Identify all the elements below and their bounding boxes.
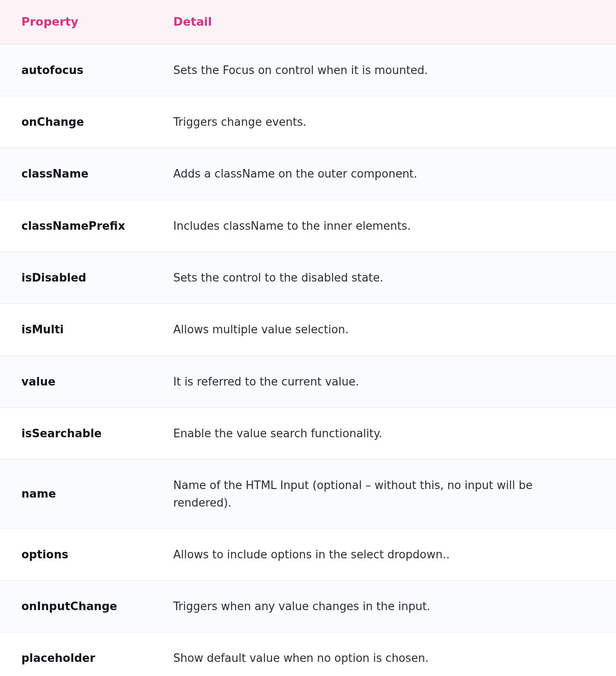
property-name: className [0, 148, 152, 200]
property-detail: Adds a className on the outer component. [152, 148, 616, 200]
table-row: value It is referred to the current valu… [0, 356, 616, 407]
column-header-detail: Detail [152, 0, 616, 44]
property-name: isSearchable [0, 407, 152, 459]
property-detail: Triggers change events. [152, 96, 616, 148]
property-detail: Show default value when no option is cho… [152, 632, 616, 676]
column-header-property: Property [0, 0, 152, 44]
property-detail: Sets the control to the disabled state. [152, 252, 616, 304]
property-name: classNamePrefix [0, 200, 152, 252]
property-name: onChange [0, 96, 152, 148]
table-row: isSearchable Enable the value search fun… [0, 407, 616, 459]
property-name: name [0, 460, 152, 529]
property-name: autofocus [0, 44, 152, 96]
table-row: isMulti Allows multiple value selection. [0, 304, 616, 356]
table-row: classNamePrefix Includes className to th… [0, 200, 616, 252]
table-row: onChange Triggers change events. [0, 96, 616, 148]
table-row: isDisabled Sets the control to the disab… [0, 252, 616, 304]
property-detail: Allows to include options in the select … [152, 528, 616, 580]
properties-table: Property Detail autofocus Sets the Focus… [0, 0, 616, 676]
property-detail: It is referred to the current value. [152, 356, 616, 407]
table-row: className Adds a className on the outer … [0, 148, 616, 200]
table-row: name Name of the HTML Input (optional – … [0, 460, 616, 529]
property-detail: Enable the value search functionality. [152, 407, 616, 459]
property-detail: Allows multiple value selection. [152, 304, 616, 356]
property-name: placeholder [0, 632, 152, 676]
table-row: autofocus Sets the Focus on control when… [0, 44, 616, 96]
table-body: autofocus Sets the Focus on control when… [0, 44, 616, 676]
table-row: onInputChange Triggers when any value ch… [0, 581, 616, 632]
property-name: options [0, 528, 152, 580]
property-detail: Triggers when any value changes in the i… [152, 581, 616, 632]
property-detail: Includes className to the inner elements… [152, 200, 616, 252]
property-name: value [0, 356, 152, 407]
table-header-row: Property Detail [0, 0, 616, 44]
table-row: placeholder Show default value when no o… [0, 632, 616, 676]
table-row: options Allows to include options in the… [0, 528, 616, 580]
property-detail: Name of the HTML Input (optional – witho… [152, 460, 616, 529]
property-name: isDisabled [0, 252, 152, 304]
property-name: onInputChange [0, 581, 152, 632]
property-detail: Sets the Focus on control when it is mou… [152, 44, 616, 96]
property-name: isMulti [0, 304, 152, 356]
